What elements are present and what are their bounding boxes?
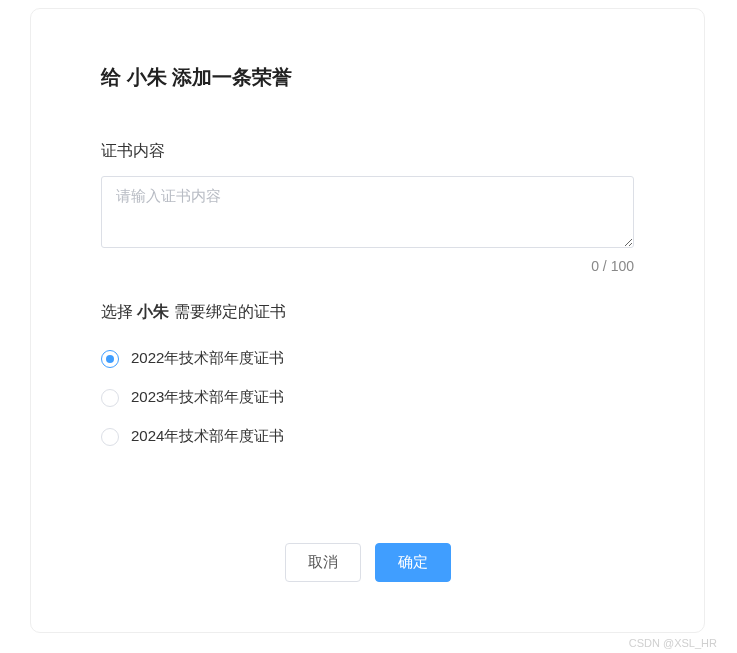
dialog-title: 给 小朱 添加一条荣誉 xyxy=(101,64,634,91)
title-suffix: 添加一条荣誉 xyxy=(167,66,293,88)
cancel-button[interactable]: 取消 xyxy=(285,543,361,582)
select-name: 小朱 xyxy=(137,303,169,320)
radio-icon xyxy=(101,428,119,446)
content-label: 证书内容 xyxy=(101,141,634,162)
honor-dialog: 给 小朱 添加一条荣誉 证书内容 0 / 100 选择 小朱 需要绑定的证书 2… xyxy=(30,8,705,633)
select-label: 选择 小朱 需要绑定的证书 xyxy=(101,302,634,323)
radio-label: 2023年技术部年度证书 xyxy=(131,388,284,407)
certificate-option-2[interactable]: 2024年技术部年度证书 xyxy=(101,427,634,446)
title-prefix: 给 xyxy=(101,66,127,88)
certificate-option-0[interactable]: 2022年技术部年度证书 xyxy=(101,349,634,368)
char-counter: 0 / 100 xyxy=(101,258,634,274)
select-prefix: 选择 xyxy=(101,303,137,320)
title-name: 小朱 xyxy=(127,66,167,88)
content-field-wrap: 0 / 100 xyxy=(101,176,634,274)
select-suffix: 需要绑定的证书 xyxy=(169,303,285,320)
radio-label: 2024年技术部年度证书 xyxy=(131,427,284,446)
radio-icon xyxy=(101,350,119,368)
content-textarea[interactable] xyxy=(101,176,634,248)
dialog-footer: 取消 确定 xyxy=(101,543,634,592)
certificate-option-1[interactable]: 2023年技术部年度证书 xyxy=(101,388,634,407)
certificate-radio-list: 2022年技术部年度证书 2023年技术部年度证书 2024年技术部年度证书 xyxy=(101,349,634,446)
confirm-button[interactable]: 确定 xyxy=(375,543,451,582)
radio-icon xyxy=(101,389,119,407)
watermark: CSDN @XSL_HR xyxy=(629,637,717,649)
radio-label: 2022年技术部年度证书 xyxy=(131,349,284,368)
